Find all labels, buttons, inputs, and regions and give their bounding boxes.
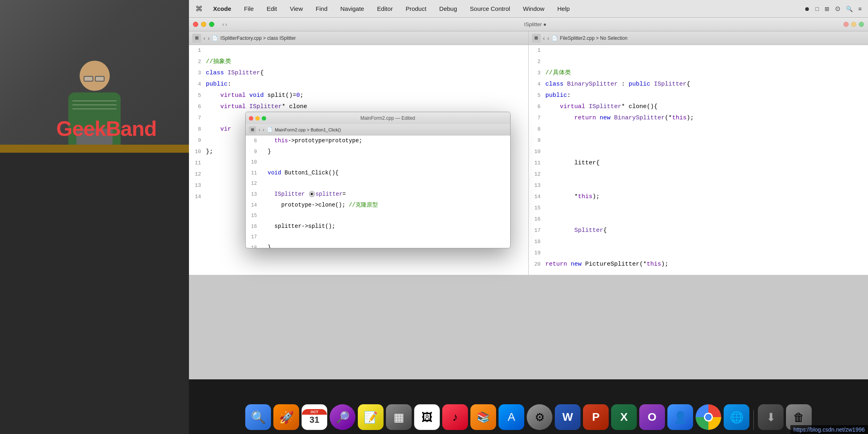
presenter-area: GeekBand [0, 0, 189, 434]
dock-sysprefs[interactable]: ⚙ [527, 404, 552, 430]
dock-downloads[interactable]: ⬇ [758, 404, 784, 430]
float-line-9: 9 } [246, 146, 510, 157]
dock-music[interactable]: ♪ [442, 404, 468, 430]
dock-word[interactable]: W [555, 404, 581, 430]
window-titlebar-main: ‹ › ISplitter ● [189, 18, 868, 31]
menu-editor[interactable]: Editor [375, 4, 395, 13]
left-editor-toolbar: ⊞ ‹ › 📄 ISplitterFactory.cpp > class ISp… [189, 31, 528, 45]
dock-spotlight[interactable]: 🔎 [330, 404, 355, 430]
dock-appstore[interactable]: A [499, 404, 524, 430]
float-line-16: 16 splitter->split(); [246, 221, 510, 232]
maximize-button[interactable] [209, 22, 214, 27]
code-line-l1: 1 [189, 45, 528, 56]
floating-titlebar: MainForm2.cpp — Edited [246, 112, 510, 124]
floating-toolbar: ⊞ ‹ › 📄 MainForm2.cpp > Button1_Click() [246, 124, 510, 135]
left-nav-icon[interactable]: ⊞ [192, 34, 201, 43]
close-button[interactable] [193, 22, 198, 27]
float-line-14: 14 prototype->clone(); //克隆原型 [246, 200, 510, 211]
dock-calendar[interactable]: OCT 31 [302, 404, 327, 430]
code-line-l4: 4 public: [189, 79, 528, 90]
grid-icon: ⊞ [825, 6, 829, 12]
dock-ppt[interactable]: P [583, 404, 609, 430]
screen-icon: □ [815, 6, 819, 12]
float-line-17: 17 [246, 232, 510, 242]
menu-product[interactable]: Product [403, 4, 429, 13]
close-button-2[interactable] [843, 22, 849, 27]
float-minimize[interactable] [255, 116, 260, 121]
apple-icon[interactable]: ⌘ [195, 4, 203, 13]
right-file-icon: 📄 [552, 35, 558, 41]
floating-code-area[interactable]: 8 this->prototype=prototype; 9 } 10 11 v… [246, 135, 510, 248]
float-maximize[interactable] [262, 116, 266, 121]
menu-debug[interactable]: Debug [437, 4, 460, 13]
float-line-10: 10 [246, 157, 510, 168]
menu-find[interactable]: Find [313, 4, 330, 13]
float-line-13: 13 ISplitter ●splitter= [246, 189, 510, 200]
left-breadcrumb: ISplitterFactory.cpp > class ISplitter [220, 35, 296, 41]
float-line-18: 18 } [246, 242, 510, 248]
float-file-icon: 📄 [267, 127, 273, 132]
float-back[interactable]: ‹ [259, 127, 260, 133]
dock-finder[interactable]: 🔍 [245, 404, 271, 430]
float-line-15: 15 [246, 211, 510, 221]
float-line-8: 8 this->prototype=prototype; [246, 135, 510, 146]
dock: 🔍 🚀 OCT 31 🔎 📝 ▦ [189, 404, 868, 430]
right-nav-icon[interactable]: ⊞ [532, 34, 541, 43]
search-icon[interactable]: 🔍 [846, 6, 853, 12]
minimize-button[interactable] [201, 22, 206, 27]
dock-photos[interactable]: 🖼 [414, 404, 440, 430]
geekband-logo: GeekBand [56, 117, 156, 141]
float-line-12: 12 [246, 178, 510, 189]
left-fwd-btn[interactable]: › [208, 35, 210, 41]
float-fwd[interactable]: › [263, 127, 264, 133]
menu-icon[interactable]: ≡ [858, 6, 862, 12]
code-line-l6: 6 virtual ISplitter* clone [189, 101, 528, 113]
right-editor-toolbar: ⊞ ‹ › 📄 FileSplitter2.cpp > No Selection [529, 31, 868, 45]
menu-help[interactable]: Help [555, 4, 572, 13]
right-code-area[interactable]: 1 2 3//具体类 4class BinarySplitter : publi… [529, 45, 868, 275]
menu-file[interactable]: File [242, 4, 256, 13]
floating-window-mainform[interactable]: MainForm2.cpp — Edited ⊞ ‹ › 📄 MainForm2… [245, 112, 511, 248]
left-file-icon: 📄 [212, 35, 218, 41]
url-bar: https://blog.csdn.net/zw1996 [790, 425, 868, 434]
menu-view[interactable]: View [287, 4, 305, 13]
menu-window[interactable]: Window [521, 4, 547, 13]
right-fwd-btn[interactable]: › [547, 35, 549, 41]
code-line-l3: 3 class ISplitter{ [189, 68, 528, 79]
menu-xcode[interactable]: Xcode [211, 4, 234, 13]
left-back-btn[interactable]: ‹ [203, 35, 205, 41]
float-breadcrumb: MainForm2.cpp > Button1_Click() [275, 127, 341, 132]
back-button[interactable]: ‹ [222, 21, 224, 27]
dock-separator [753, 410, 754, 430]
menubar-right-controls: ⏺ □ ⊞ ⊙ 🔍 ≡ [804, 5, 862, 12]
traffic-lights-main [193, 22, 214, 27]
dock-onenote[interactable]: O [639, 404, 665, 430]
float-close[interactable] [249, 116, 253, 121]
dock-excel[interactable]: X [611, 404, 637, 430]
record-icon: ⏺ [804, 6, 810, 12]
maximize-button-2[interactable] [859, 22, 864, 27]
window-title-main: ISplitter ● [524, 21, 547, 27]
dock-safari[interactable]: 🌐 [724, 404, 749, 430]
code-line-l2: 2 //抽象类 [189, 56, 528, 68]
float-line-11: 11 void Button1_Click(){ [246, 168, 510, 178]
floating-window-title: MainForm2.cpp — Edited [269, 115, 507, 121]
wifi-icon: ⊙ [835, 5, 840, 12]
menu-source-control[interactable]: Source Control [468, 4, 513, 13]
mac-area: ⌘ Xcode File Edit View Find Navigate Edi… [189, 0, 868, 434]
dock-launchpad2[interactable]: ▦ [386, 404, 412, 430]
menu-edit[interactable]: Edit [264, 4, 279, 13]
mac-menubar: ⌘ Xcode File Edit View Find Navigate Edi… [189, 0, 868, 18]
menu-navigate[interactable]: Navigate [338, 4, 366, 13]
code-line-l5: 5 virtual void split()=0; [189, 90, 528, 101]
dock-books[interactable]: 📚 [470, 404, 496, 430]
minimize-button-2[interactable] [851, 22, 856, 27]
right-back-btn[interactable]: ‹ [543, 35, 545, 41]
dock-chrome[interactable] [696, 404, 721, 430]
editor-pane-right: ⊞ ‹ › 📄 FileSplitter2.cpp > No Selection… [529, 31, 868, 275]
dock-launchpad[interactable]: 🚀 [273, 404, 299, 430]
dock-user[interactable]: 👤 [667, 404, 693, 430]
dock-notes[interactable]: 📝 [358, 404, 384, 430]
float-nav-icon[interactable]: ⊞ [249, 126, 256, 133]
right-breadcrumb: FileSplitter2.cpp > No Selection [560, 35, 628, 41]
